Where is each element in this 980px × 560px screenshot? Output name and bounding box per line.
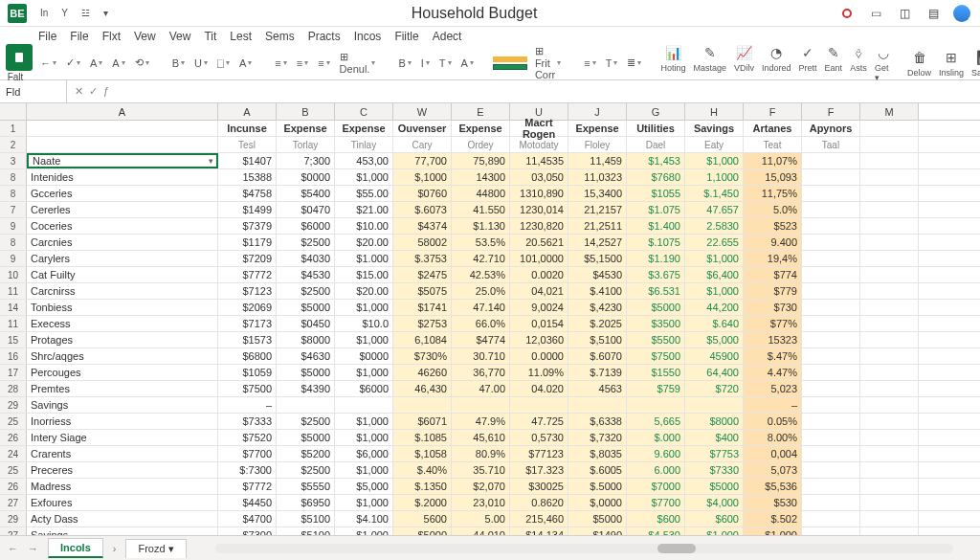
ribbon-tool[interactable]: ≡ [314, 49, 333, 77]
col-header[interactable]: F [802, 103, 860, 120]
cell[interactable] [802, 218, 860, 234]
cell[interactable]: $.1350 [393, 479, 452, 494]
cell[interactable]: $4700 [218, 511, 277, 526]
cell[interactable]: $600 [627, 511, 685, 526]
menu-item[interactable]: Tit [204, 30, 216, 43]
cell[interactable]: $20.00 [335, 235, 393, 250]
cell[interactable]: $1,000 [335, 169, 393, 185]
category-cell[interactable]: Intery Siage [27, 430, 218, 445]
cell[interactable]: 8.00% [744, 430, 802, 445]
cell[interactable]: $1.400 [627, 218, 685, 234]
col-header[interactable]: W [393, 103, 452, 120]
cell[interactable]: 46,430 [393, 381, 452, 396]
category-cell[interactable]: Shrc/aqges [27, 348, 218, 364]
ribbon-command[interactable]: 🗑Delow [907, 49, 931, 78]
cell[interactable]: $7123 [218, 283, 277, 299]
cell[interactable]: 2.5830 [685, 218, 744, 234]
cell[interactable]: $.000 [627, 430, 685, 445]
cell[interactable]: Tesl [218, 137, 277, 152]
cell[interactable]: $1.190 [627, 251, 685, 266]
ribbon-tool[interactable]: A [86, 55, 106, 71]
cell[interactable]: 53.5% [452, 235, 510, 250]
notification-icon[interactable] [836, 3, 858, 24]
cell[interactable]: $7379 [218, 218, 277, 234]
cell[interactable]: $2,070 [452, 479, 510, 494]
cell[interactable]: $2753 [393, 316, 452, 331]
cell[interactable]: 22.655 [685, 235, 744, 250]
cell[interactable] [802, 446, 860, 461]
cell[interactable]: 35.710 [452, 462, 510, 478]
cell[interactable]: 0.0000 [510, 348, 568, 364]
cell[interactable]: $774 [744, 267, 802, 282]
cell[interactable]: $.5000 [568, 479, 627, 494]
cell[interactable]: $.6073 [393, 202, 452, 217]
category-cell[interactable]: Cat Fuilty [27, 267, 218, 282]
cell[interactable]: $0000 [335, 348, 393, 364]
cell[interactable] [802, 267, 860, 282]
cell[interactable]: $1,000 [335, 414, 393, 429]
cell[interactable] [860, 137, 919, 152]
cell[interactable]: $523 [744, 218, 802, 234]
cell[interactable] [802, 462, 860, 478]
cell[interactable]: $5550 [277, 479, 335, 494]
ribbon-tool[interactable]: ≡ [580, 55, 599, 71]
cell[interactable]: $1,000 [335, 300, 393, 315]
row-header[interactable]: 25 [0, 462, 27, 478]
row-header[interactable]: 14 [0, 300, 27, 315]
ribbon-command[interactable]: ⊞Insling [939, 49, 964, 78]
cell[interactable]: 20.5621 [510, 235, 568, 250]
cell[interactable]: $1573 [218, 332, 277, 347]
cell[interactable]: Eaty [685, 137, 744, 152]
cell[interactable] [510, 397, 568, 413]
cell[interactable]: $730% [393, 348, 452, 364]
cell[interactable]: $2500 [277, 462, 335, 478]
cell[interactable] [802, 430, 860, 445]
ribbon-tool[interactable]: A [108, 55, 128, 71]
cell[interactable] [802, 283, 860, 299]
row-header[interactable]: 1 [0, 121, 27, 136]
cell[interactable]: Macrt Rogen [510, 121, 568, 136]
cell[interactable]: $7700 [627, 495, 685, 510]
cell[interactable]: $.47% [744, 348, 802, 364]
cell[interactable] [860, 511, 919, 526]
cell[interactable]: 47.9% [452, 414, 510, 429]
cell[interactable]: 80.9% [452, 446, 510, 461]
row-header[interactable]: 28 [0, 381, 27, 396]
cell[interactable]: $7753 [685, 446, 744, 461]
cell[interactable]: $400 [685, 430, 744, 445]
cell[interactable]: 42.53% [452, 267, 510, 282]
cell[interactable]: 11,07% [744, 153, 802, 168]
cell[interactable]: $5,000 [685, 332, 744, 347]
cell[interactable] [860, 332, 919, 347]
cell[interactable]: $7772 [218, 267, 277, 282]
row-header[interactable]: 25 [0, 414, 27, 429]
cell[interactable]: $,6338 [568, 414, 627, 429]
cell[interactable]: $55.00 [335, 186, 393, 201]
cell[interactable]: 75,890 [452, 153, 510, 168]
cell[interactable]: $.6070 [568, 348, 627, 364]
nav-prev-icon[interactable]: ← [8, 543, 18, 545]
cell[interactable] [860, 300, 919, 315]
cell[interactable]: 47.00 [452, 381, 510, 396]
cell[interactable]: 11,459 [568, 153, 627, 168]
cell[interactable]: $4630 [277, 348, 335, 364]
cell[interactable] [393, 397, 452, 413]
cell[interactable]: $5075 [393, 283, 452, 299]
cell[interactable]: Floley [568, 137, 627, 152]
category-cell[interactable]: Carylers [27, 251, 218, 266]
cell[interactable]: 47.725 [510, 414, 568, 429]
ribbon-tool[interactable]: T [602, 55, 622, 71]
cell[interactable]: $6.531 [627, 283, 685, 299]
cell[interactable]: 30.710 [452, 348, 510, 364]
cell[interactable] [860, 235, 919, 250]
cell[interactable]: $,1058 [393, 446, 452, 461]
col-header[interactable]: E [452, 103, 510, 120]
cell[interactable] [802, 348, 860, 364]
category-cell[interactable]: Execess [27, 316, 218, 331]
cell[interactable]: $6000 [335, 381, 393, 396]
cell[interactable] [802, 235, 860, 250]
cell[interactable]: 03,050 [510, 169, 568, 185]
cell[interactable] [860, 283, 919, 299]
cell[interactable] [452, 397, 510, 413]
row-header[interactable]: 8 [0, 186, 27, 201]
